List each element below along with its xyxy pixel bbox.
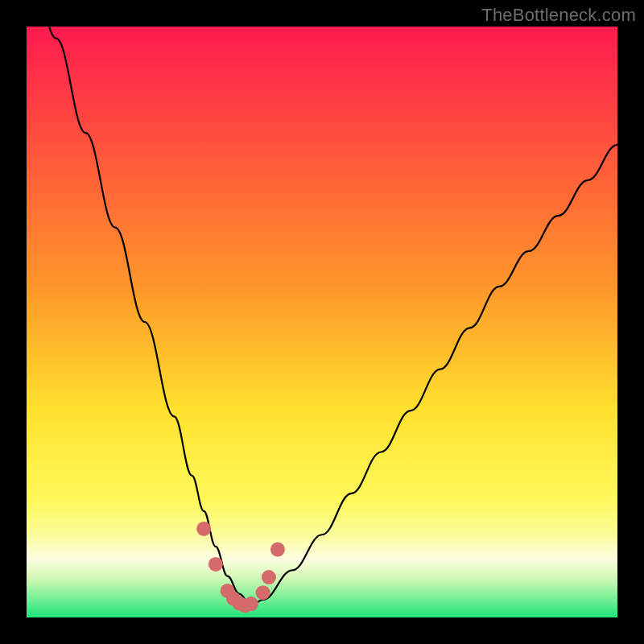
marker-dot bbox=[256, 585, 270, 600]
marker-dot bbox=[208, 557, 223, 572]
marker-dot bbox=[262, 570, 276, 584]
watermark-text: TheBottleneck.com bbox=[481, 5, 636, 26]
chart-frame: TheBottleneck.com bbox=[0, 0, 644, 644]
marker-dot bbox=[244, 597, 258, 611]
plot-area bbox=[27, 27, 617, 617]
marker-dot bbox=[270, 543, 285, 557]
chart-svg bbox=[27, 27, 617, 617]
marker-dot bbox=[196, 522, 211, 536]
gradient-background bbox=[27, 27, 617, 617]
